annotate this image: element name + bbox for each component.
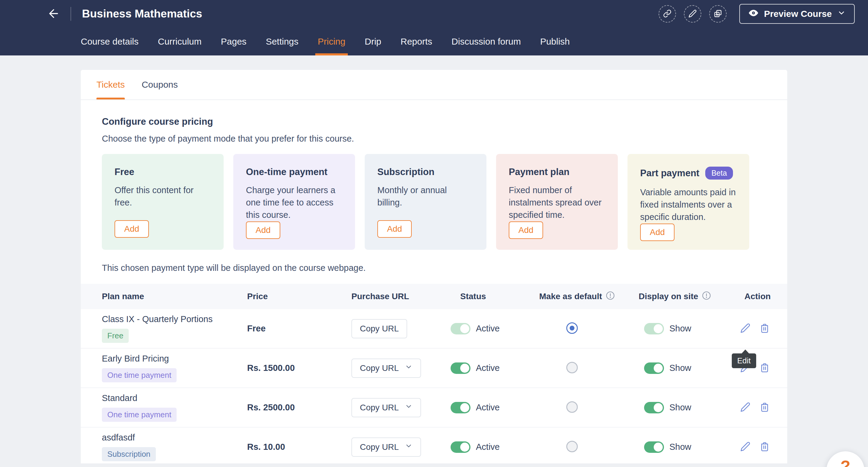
tab-reports[interactable]: Reports [401, 28, 432, 56]
payment-card-description: Monthly or annual billing. [377, 184, 474, 209]
edit-button[interactable] [740, 323, 751, 335]
pencil-icon [740, 441, 750, 453]
edit-button[interactable] [740, 402, 751, 414]
header-make-default: Make as default [539, 291, 639, 302]
display-toggle[interactable] [644, 323, 664, 335]
status-toggle[interactable] [451, 363, 470, 374]
action-cell [735, 402, 787, 414]
add-payment-plan-button[interactable]: Add [509, 221, 543, 239]
duplicate-plus-icon [714, 9, 722, 19]
payment-card-title: Payment plan [509, 166, 605, 178]
tab-course-details[interactable]: Course details [81, 28, 138, 56]
payment-card-description: Charge your learners a one time fee to a… [246, 184, 342, 221]
tab-discussion-forum[interactable]: Discussion forum [452, 28, 521, 56]
tab-tickets[interactable]: Tickets [96, 70, 125, 99]
info-icon[interactable] [606, 291, 615, 302]
tab-coupons[interactable]: Coupons [142, 70, 178, 99]
copy-url-button[interactable]: Copy URL [351, 398, 421, 417]
purchase-url-cell: Copy URL [351, 437, 451, 457]
plan-price: Rs. 10.00 [247, 442, 351, 452]
plan-price: Rs. 2500.00 [247, 403, 351, 412]
status-toggle[interactable] [451, 402, 470, 413]
purchase-url-cell: Copy URL [351, 398, 451, 417]
tab-publish[interactable]: Publish [540, 28, 569, 56]
make-default-cell [539, 362, 639, 374]
purchase-url-cell: Copy URL [351, 319, 451, 338]
display-label: Show [670, 323, 691, 334]
copy-url-button[interactable]: Copy URL [351, 319, 407, 338]
payment-card-one-time: One-time payment Charge your learners a … [233, 154, 355, 250]
duplicate-course-button[interactable] [709, 5, 727, 23]
beta-badge: Beta [705, 166, 733, 180]
table-row: Class IX - Quarterly Portions Free Free … [81, 309, 787, 349]
payment-card-title: Subscription [377, 166, 474, 178]
help-button[interactable]: ? [827, 452, 864, 467]
plan-name-cell: Early Bird Pricing One time payment [102, 354, 247, 382]
delete-button[interactable] [759, 441, 770, 453]
payment-card-free: Free Offer this content for free. Add [102, 154, 224, 250]
delete-button[interactable] [759, 362, 770, 374]
edit-button[interactable] [740, 441, 751, 453]
pricing-card: Tickets Coupons Configure course pricing… [81, 70, 787, 463]
tab-pages[interactable]: Pages [221, 28, 247, 56]
status-label: Active [476, 323, 500, 334]
status-label: Active [476, 403, 500, 412]
link-icon [663, 9, 672, 19]
default-radio[interactable] [566, 401, 578, 413]
back-button[interactable] [45, 5, 62, 22]
add-free-button[interactable]: Add [115, 220, 149, 238]
display-toggle[interactable] [644, 441, 664, 453]
chevron-down-icon [837, 9, 846, 19]
topbar-title-row: Business Mathematics P [0, 0, 868, 28]
plan-type-badge: One time payment [102, 408, 177, 422]
tab-settings[interactable]: Settings [266, 28, 299, 56]
make-default-cell [539, 441, 639, 454]
table-row: asdfasdf Subscription Rs. 10.00 Copy URL… [81, 428, 787, 463]
add-subscription-button[interactable]: Add [377, 220, 412, 238]
delete-button[interactable] [759, 402, 770, 414]
display-toggle[interactable] [644, 402, 664, 413]
tab-drip[interactable]: Drip [365, 28, 381, 56]
payment-card-description: Fixed number of instalments spread over … [509, 184, 605, 221]
trash-icon [760, 363, 770, 374]
default-radio[interactable] [566, 441, 578, 452]
chevron-down-icon [405, 403, 412, 412]
status-cell: Active [451, 441, 539, 453]
display-label: Show [670, 403, 691, 412]
plans-table-header: Plan name Price Purchase URL Status Make… [81, 284, 787, 309]
edit-course-button[interactable] [684, 5, 701, 23]
add-part-payment-button[interactable]: Add [640, 223, 675, 241]
delete-button[interactable] [759, 323, 770, 335]
table-row: Early Bird Pricing One time payment Rs. … [81, 349, 787, 388]
display-on-site-cell: Show [639, 402, 735, 413]
plan-name-cell: Class IX - Quarterly Portions Free [102, 314, 247, 343]
header-price: Price [247, 292, 351, 301]
plan-name-cell: Standard One time payment [102, 393, 247, 422]
payment-card-title: Part paymentBeta [640, 166, 737, 180]
preview-course-button[interactable]: Preview Course [739, 4, 855, 24]
share-link-button[interactable] [658, 5, 676, 23]
display-toggle[interactable] [644, 363, 664, 374]
info-icon[interactable] [702, 291, 711, 302]
payment-card-part-payment: Part paymentBeta Variable amounts paid i… [627, 154, 749, 250]
tab-pricing[interactable]: Pricing [318, 28, 345, 56]
payment-mode-cards: Free Offer this content for free. Add On… [102, 154, 766, 250]
chevron-down-icon [405, 442, 412, 452]
status-toggle[interactable] [451, 441, 470, 453]
default-radio[interactable] [566, 322, 578, 334]
plan-name: Standard [102, 393, 137, 403]
action-cell: Edit [735, 323, 787, 335]
copy-url-button[interactable]: Copy URL [351, 437, 421, 457]
section-heading: Configure course pricing [102, 116, 766, 127]
add-one-time-button[interactable]: Add [246, 221, 280, 239]
edit-tooltip: Edit [732, 353, 756, 368]
plan-price: Rs. 1500.00 [247, 363, 351, 373]
display-label: Show [670, 442, 691, 452]
default-radio[interactable] [566, 362, 578, 373]
status-toggle[interactable] [451, 323, 470, 335]
copy-url-button[interactable]: Copy URL [351, 359, 421, 378]
plan-name: asdfasdf [102, 433, 135, 443]
plan-name-cell: asdfasdf Subscription [102, 433, 247, 461]
tab-curriculum[interactable]: Curriculum [158, 28, 202, 56]
course-title: Business Mathematics [82, 7, 202, 20]
